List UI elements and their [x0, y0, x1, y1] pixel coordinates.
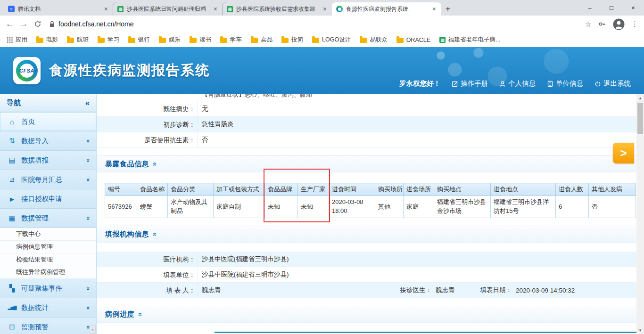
bookmark-folder[interactable]: 投简	[281, 36, 303, 44]
unit-info-link[interactable]: 单位信息	[547, 79, 583, 88]
sidebar-item-home[interactable]: ⌂ 首页	[0, 112, 96, 131]
bookmark-folder[interactable]: 易联众	[360, 36, 388, 44]
url-text[interactable]: foodnet.cfsa.net.cn/Home	[58, 20, 134, 28]
app-title: 食源性疾病监测报告系统	[49, 61, 210, 80]
submenu-test-results[interactable]: 检验结果管理	[0, 253, 96, 266]
collapse-section-icon[interactable]: «	[151, 232, 159, 236]
tab-tencent-docs[interactable]: ≡ 腾讯文档 ×	[4, 2, 113, 16]
tab-close-icon[interactable]: ×	[431, 5, 437, 13]
bookmark-folder[interactable]: LOGO设计	[312, 36, 351, 44]
close-button[interactable]: ×	[622, 0, 644, 15]
tab-sheet-requirements[interactable]: ▦ 沙县医院系统验收后需求收集跟 ×	[223, 2, 332, 16]
manual-link[interactable]: 操作手册	[452, 79, 488, 88]
field-row-filler: 填 表 人： 魏志青 接诊医生： 魏志青 填表日期： 2020-03-09 14…	[97, 283, 636, 298]
scroll-up-icon[interactable]: ▲	[636, 94, 644, 102]
page-body: 导航 « ⌂ 首页 ⇅ 数据导入 » ▤ 数据填报 » ⊿ 医院每月汇总 »	[0, 94, 644, 334]
folder-icon	[190, 38, 197, 43]
column-header: 进食人数	[556, 183, 589, 196]
column-header: 购买场所	[375, 183, 404, 196]
bookmark-label: 应用	[16, 36, 27, 44]
address-bar-actions: ☆ ⋮	[585, 18, 638, 30]
header-links: 罗永权您好！ 操作手册 个人信息 单位信息 退出系统	[399, 79, 631, 88]
tab-close-icon[interactable]: ×	[103, 5, 109, 13]
bookmark-folder[interactable]: 读书	[190, 36, 211, 44]
tab-title: 沙县医院系统验收后需求收集跟	[236, 5, 319, 13]
bookmark-folder[interactable]: 学车	[220, 36, 242, 44]
cell-food-category: 水产动物及其制品	[168, 196, 214, 218]
profile-link[interactable]: 个人信息	[499, 79, 536, 88]
submenu-download-center[interactable]: 下载中心	[0, 228, 96, 241]
bookmark-folder[interactable]: 航班	[67, 36, 89, 44]
bookmark-folder[interactable]: ORACLE	[396, 37, 430, 43]
submenu-case-info[interactable]: 病例信息管理	[0, 241, 96, 253]
minimize-button[interactable]: –	[579, 0, 601, 15]
folder-icon	[220, 38, 227, 43]
vertical-scrollbar[interactable]: ▲ ▼	[636, 94, 644, 334]
sidebar-item-data-entry[interactable]: ▤ 数据填报 »	[0, 151, 96, 170]
field-value: 沙县中医院(福建省三明市沙县)	[198, 255, 289, 263]
bookmark-apps[interactable]: 应用	[7, 36, 27, 44]
logout-link[interactable]: 退出系统	[594, 79, 631, 88]
bookmark-sheet[interactable]: ▦福建省老年电子病...	[439, 36, 500, 44]
apps-grid-icon	[7, 37, 13, 43]
bookmark-folder[interactable]: 娱乐	[159, 36, 181, 44]
maximize-button[interactable]: □	[601, 0, 622, 15]
field-label: 既往病史：	[97, 101, 198, 117]
profile-avatar[interactable]	[613, 18, 625, 30]
back-icon[interactable]: ←	[6, 19, 14, 29]
sidebar-item-label: 接口授权申请	[21, 195, 62, 204]
bookmark-label: 卖品	[261, 36, 272, 44]
folder-icon	[36, 38, 43, 43]
submenu-abnormal-cases[interactable]: 既往异常病例管理	[0, 266, 96, 279]
chart-icon: ⊿	[8, 175, 17, 184]
folder-icon	[251, 38, 258, 43]
sidebar-item-label: 数据管理	[21, 214, 49, 223]
tab-sheet-archive[interactable]: ▦ 沙县医院系统日常问题处理归档 ×	[113, 2, 223, 16]
sidebar-item-label: 监测预警	[21, 323, 49, 332]
bookmark-star-icon[interactable]: ☆	[585, 20, 592, 29]
power-icon	[594, 81, 601, 87]
next-panel-button[interactable]: >	[613, 143, 634, 163]
forward-icon[interactable]: →	[20, 19, 28, 29]
cell-eat-location: 福建省三明市沙县洋坊村15号	[491, 196, 556, 218]
bookmark-folder[interactable]: 卖品	[251, 36, 272, 44]
new-tab-button[interactable]: +	[441, 2, 454, 16]
collapse-section-icon[interactable]: «	[137, 312, 145, 316]
filler-cell: 填 表 人： 魏志青	[97, 283, 276, 298]
column-header: 进食时间	[329, 183, 375, 196]
window-controls: – □ ×	[579, 0, 644, 15]
bookmark-label: LOGO设计	[322, 36, 351, 44]
org-info-section: 填报机构信息 « 医疗机构： 沙县中医院(福建省三明市沙县) 填表单位： 沙县中…	[97, 226, 636, 298]
bookmark-folder[interactable]: 银行	[128, 36, 150, 44]
logo-text: CFSA	[19, 68, 34, 73]
sidebar-item-data-management[interactable]: ▦ 数据管理 »	[0, 209, 96, 228]
sidebar-item-statistics[interactable]: ▂▅▇ 数据统计 »	[0, 298, 96, 318]
field-value: 急性胃肠炎	[198, 120, 234, 129]
sidebar-collapse-icon[interactable]: «	[85, 99, 90, 107]
omnibox[interactable]: foodnet.cfsa.net.cn/Home	[50, 20, 134, 28]
main-content: 【胃肠道症状】恶心、呕吐、腹泻、腹痛 既往病史： 无 初步诊断： 急性胃肠炎 是…	[97, 94, 636, 334]
bookmark-label: 学车	[230, 36, 242, 44]
password-key-icon[interactable]	[598, 20, 606, 28]
sidebar-item-monthly-summary[interactable]: ⊿ 医院每月汇总 »	[0, 170, 96, 189]
sidebar-scroll-down[interactable]: ▼	[90, 326, 96, 334]
scrollbar-thumb[interactable]	[637, 103, 643, 134]
tab-close-icon[interactable]: ×	[213, 5, 218, 13]
refresh-icon[interactable]	[34, 20, 41, 28]
bookmark-label: 福建省老年电子病...	[448, 36, 500, 44]
tab-foodnet-active[interactable]: 食源性疾病监测报告系统 ×	[332, 2, 441, 16]
browser-menu-icon[interactable]: ⋮	[631, 20, 638, 28]
progress-section-header: 病例进度 «	[97, 306, 636, 323]
sidebar-item-data-import[interactable]: ⇅ 数据导入 »	[0, 131, 96, 151]
field-label: 初步诊断：	[97, 117, 198, 132]
app-header: CFSA 食源性疾病监测报告系统 罗永权您好！ 操作手册 个人信息 单位信息 退…	[0, 47, 644, 94]
bookmarks-bar: 应用 电影 航班 学习 银行 娱乐 读书 学车 卖品 投简 LOGO设计 易联众…	[0, 33, 644, 47]
scroll-down-icon[interactable]: ▼	[636, 326, 644, 334]
sidebar-item-cluster-events[interactable]: ▚ 可疑聚集事件 »	[0, 279, 96, 298]
collapse-section-icon[interactable]: «	[151, 162, 159, 166]
tab-close-icon[interactable]: ×	[322, 5, 328, 13]
sidebar-item-interface-auth[interactable]: ► 接口授权申请	[0, 189, 96, 209]
sidebar-item-monitor-warning[interactable]: ⊡ 监测预警 »	[0, 318, 96, 334]
bookmark-folder[interactable]: 电影	[36, 36, 58, 44]
bookmark-folder[interactable]: 学习	[98, 36, 119, 44]
